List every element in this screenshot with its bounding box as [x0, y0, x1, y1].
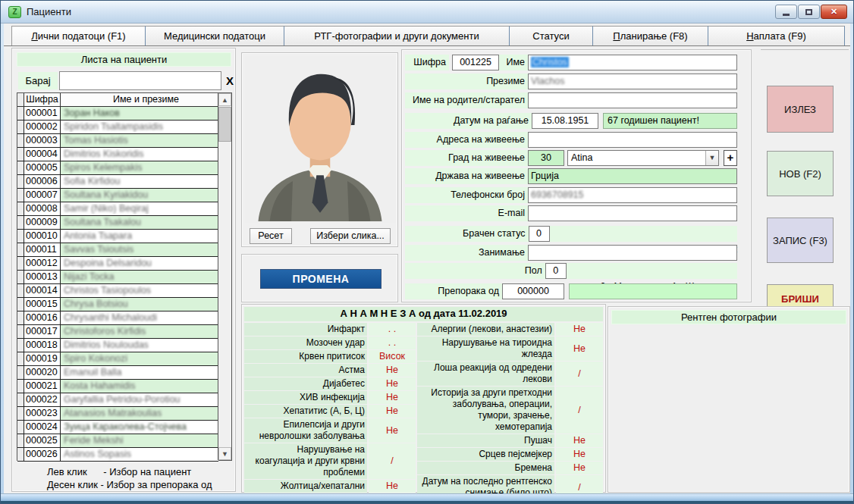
anamnesis-label: Жолтица/хепатални [244, 480, 367, 493]
scroll-thumb[interactable] [218, 107, 231, 142]
tab-medicinski[interactable]: Медицински податоци [146, 26, 284, 45]
change-button[interactable]: ПРОМЕНА [260, 269, 381, 289]
last-name-field[interactable]: Vlachos [528, 74, 737, 89]
patient-row[interactable]: 000016Chrysanthi Michaloudi [17, 311, 218, 325]
row-selector-cell [17, 134, 24, 147]
row-selector-cell [17, 311, 24, 324]
patient-row[interactable]: 000003Tomas Hasiotis [17, 134, 218, 148]
patient-row[interactable]: 000018Dimitrios Nouloudas [17, 339, 218, 352]
add-city-button[interactable]: + [724, 150, 737, 166]
occupation-field[interactable] [528, 245, 737, 261]
tab-naplata[interactable]: Наплата (F9) [708, 26, 845, 45]
patient-row[interactable]: 000004Dimitrios Kiskoridis [17, 148, 218, 161]
patient-row[interactable]: 000010Antonia Tsapara [17, 230, 218, 243]
first-name-field[interactable]: Christos [528, 55, 737, 70]
birth-date-field[interactable]: 15.08.1951 [532, 113, 598, 129]
patient-list-scrollbar[interactable]: ▲ ▼ [218, 93, 231, 460]
patient-code: 000025 [24, 434, 61, 447]
phone-field[interactable]: 6936708915 [528, 187, 737, 203]
patient-row[interactable]: 000006Sofia Kirfidou [17, 175, 218, 189]
patient-row[interactable]: 000002Spiridon Tsaltampasidis [17, 121, 218, 134]
patient-row[interactable]: 000012Despoina Delsaridou [17, 257, 218, 271]
exit-button[interactable]: ИЗЛЕЗ [767, 86, 834, 133]
anamnesis-value: Не [369, 418, 416, 443]
patient-name: Soultana Tsakalou [61, 216, 218, 229]
patient-row[interactable]: 000024Зуица Караколева-Стојчева [17, 421, 218, 434]
patient-row[interactable]: 000020Emanuil Balla [17, 366, 218, 380]
patient-name: Sofia Kirfidou [61, 175, 218, 188]
row-selector-cell [17, 448, 24, 461]
parent-name-field[interactable] [528, 92, 737, 108]
patient-row[interactable]: 000023Atanasios Matrakoulias [17, 407, 218, 421]
search-input[interactable] [59, 71, 221, 90]
last-name-label: Презиме [405, 74, 528, 89]
patient-row[interactable]: 000022Garyfallia Petridou-Porotiou [17, 393, 218, 407]
patient-name: Feride Mekshi [61, 434, 218, 447]
patient-row[interactable]: 000026Astinos Sopasis [17, 448, 218, 462]
minimize-button[interactable] [775, 5, 797, 19]
title-bar[interactable]: Z Пациенти ✕ [1, 1, 853, 23]
patient-row[interactable]: 000017Christoforos Kirfidis [17, 325, 218, 339]
row-selector-cell [17, 380, 24, 393]
save-button[interactable]: ЗАПИС (F3) [767, 218, 834, 263]
anamnesis-value: Не [369, 377, 416, 390]
header-name: Име и презиме [61, 93, 231, 106]
tab-rtg[interactable]: РТГ-фотографии и други документи [284, 26, 510, 45]
tab-statusi[interactable]: Статуси [510, 26, 593, 45]
app-icon: Z [8, 6, 21, 18]
patient-row[interactable]: 000015Chrysa Botsiou [17, 298, 218, 311]
row-selector-cell [17, 175, 24, 188]
address-field[interactable] [528, 132, 737, 148]
anamnesis-value: Не [369, 405, 416, 418]
anamnesis-label: Пушач [417, 434, 554, 447]
birth-date-label: Датум на раѓање [405, 113, 532, 129]
patient-name: Chrysa Botsiou [61, 298, 218, 311]
patient-row[interactable]: 000007Soultana Kyriakidou [17, 189, 218, 202]
close-button[interactable]: ✕ [821, 5, 847, 19]
chevron-down-icon[interactable]: ▼ [705, 151, 718, 165]
row-selector-cell [17, 257, 24, 270]
patient-row[interactable]: 000005Spiros Kelempakis [17, 161, 218, 175]
patient-row[interactable]: 000001Зоран Наков [17, 107, 218, 121]
email-field[interactable] [528, 205, 737, 221]
patient-row[interactable]: 000021Kosta Hahamidis [17, 380, 218, 393]
patient-list-panel: Листа на пациенти Барај X Шифра Име и пр… [11, 48, 236, 492]
patient-photo [245, 56, 395, 223]
patient-code: 000022 [24, 393, 61, 406]
patient-row[interactable]: 000009Soultana Tsakalou [17, 216, 218, 230]
patient-row[interactable]: 000014Christos Tasiopoulos [17, 284, 218, 298]
patient-row[interactable]: 000008Samir (Niko) Beqiraj [17, 202, 218, 216]
patient-row[interactable]: 000019Spiro Kokonozi [17, 352, 218, 366]
referral-name-field[interactable] [569, 283, 737, 299]
patient-row[interactable]: 000025Feride Mekshi [17, 434, 218, 448]
city-dropdown[interactable]: Atina ▼ [567, 150, 719, 166]
patient-row[interactable]: 000011Savvas Tsioutsis [17, 243, 218, 257]
gender-field[interactable]: 0 [545, 263, 567, 279]
patient-name: Savvas Tsioutsis [61, 243, 218, 256]
patient-code: 000026 [24, 448, 61, 461]
maximize-button[interactable] [798, 5, 820, 19]
marital-status-field[interactable]: 0 [529, 226, 550, 242]
patient-row[interactable]: 000013Nijazi Tocka [17, 271, 218, 284]
city-code-field[interactable]: 30 [528, 150, 564, 166]
country-field[interactable]: Грција [528, 168, 737, 184]
new-button[interactable]: НОВ (F2) [767, 151, 834, 196]
reset-photo-button[interactable]: Ресет [250, 228, 292, 244]
code-field[interactable]: 001225 [452, 55, 499, 70]
scroll-down-icon[interactable]: ▼ [218, 447, 231, 460]
referral-label: Препорака од [405, 283, 502, 299]
patient-name: Garyfallia Petridou-Porotiou [61, 393, 218, 406]
anamnesis-label: Бремена [417, 462, 554, 474]
clear-search-button[interactable]: X [224, 71, 236, 90]
patient-name: Зуица Караколева-Стојчева [61, 421, 218, 434]
code-label: Шифра [405, 55, 449, 70]
tab-licni[interactable]: Лични податоци (F1) [11, 26, 146, 45]
anamnesis-value: . . [369, 323, 416, 336]
header-selector-cell [17, 93, 24, 106]
tab-planiranje[interactable]: Планирање (F8) [593, 26, 708, 45]
row-selector-cell [17, 421, 24, 434]
choose-photo-button[interactable]: Избери слика... [310, 228, 391, 244]
marital-status-label: Брачен статус [405, 226, 529, 242]
referral-code-field[interactable]: 000000 [502, 283, 564, 299]
scroll-up-icon[interactable]: ▲ [218, 93, 231, 106]
